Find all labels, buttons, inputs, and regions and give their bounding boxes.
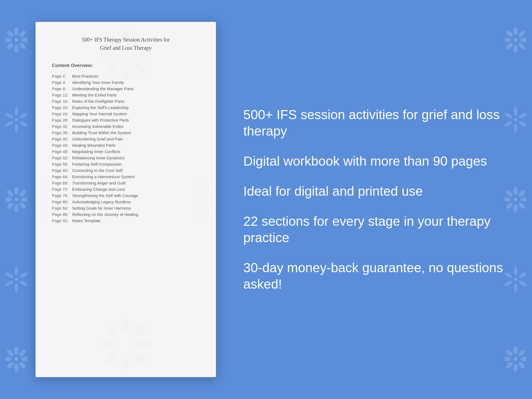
svg-point-92	[105, 34, 119, 48]
svg-point-95	[115, 333, 137, 355]
toc-item: Page 36:Building Trust Within the System	[52, 130, 200, 135]
table-of-contents: Page 2:Best PracticesPage 4:Identifying …	[52, 74, 200, 223]
toc-page-number: Page 28:	[52, 118, 71, 122]
toc-page-title: Dialogues with Protective Parts	[72, 118, 129, 122]
toc-page-title: Fostering Self-Compassion	[72, 162, 122, 166]
toc-page-title: Negotiating Inner Conflicts	[72, 149, 120, 154]
toc-page-title: Acknowledging Legacy Burdens	[72, 200, 130, 204]
toc-page-title: Building Trust Within the System	[72, 130, 131, 135]
toc-item: Page 16:Roles of the Firefighter Parts	[52, 99, 200, 104]
main-layout: 500+ IFS Therapy Session Activities for …	[0, 0, 532, 399]
svg-point-105	[44, 186, 55, 213]
toc-item: Page 84:Setting Goals for Inner Harmony	[52, 206, 200, 210]
mandala-top-icon	[98, 27, 153, 82]
toc-item: Page 44:Healing Wounded Parts	[52, 143, 200, 148]
toc-page-title: Envisioning a Harmonious System	[72, 174, 135, 179]
toc-page-title: Best Practices	[72, 74, 98, 78]
toc-page-number: Page 24:	[52, 112, 71, 116]
toc-page-title: Exploring the Self's Leadership	[72, 105, 128, 110]
svg-point-96	[122, 318, 129, 332]
svg-point-103	[105, 324, 119, 338]
toc-item: Page 88:Reflecting on the Journey of Hea…	[52, 212, 200, 217]
toc-page-number: Page 16:	[52, 99, 71, 104]
toc-page-number: Page 32:	[52, 124, 71, 129]
toc-item: Page 48:Negotiating Inner Conflicts	[52, 149, 200, 154]
toc-item: Page 28:Dialogues with Protective Parts	[52, 118, 200, 122]
toc-page-title: Accessing Vulnerable Exiles	[72, 124, 124, 129]
toc-page-title: Connecting to the Core Self	[72, 168, 122, 173]
svg-point-90	[105, 61, 119, 75]
toc-item: Page 8:Understanding the Manager Parts	[52, 86, 200, 91]
toc-page-number: Page 36:	[52, 130, 71, 135]
toc-item: Page 40:Unburdening Grief and Pain	[52, 137, 200, 141]
svg-point-89	[122, 67, 129, 81]
toc-page-title: Reflecting on the Journey of Healing	[72, 212, 138, 217]
toc-item: Page 12:Meeting the Exiled Parts	[52, 93, 200, 97]
svg-point-87	[138, 51, 152, 58]
feature-item-1: Digital workbook with more than 90 pages	[243, 153, 510, 169]
toc-item: Page 92:Notes Template	[52, 218, 200, 223]
toc-page-number: Page 48:	[52, 149, 71, 154]
toc-page-number: Page 40:	[52, 137, 71, 141]
svg-point-100	[122, 357, 129, 370]
svg-point-101	[105, 351, 119, 365]
svg-point-97	[132, 324, 146, 338]
toc-page-title: Meeting the Exiled Parts	[72, 93, 117, 97]
toc-page-title: Healing Wounded Parts	[72, 143, 115, 148]
svg-point-85	[122, 29, 129, 42]
toc-page-number: Page 4:	[52, 80, 71, 85]
feature-item-4: 30-day money-back guarantee, no question…	[243, 260, 510, 292]
toc-item: Page 64:Envisioning a Harmonious System	[52, 174, 200, 179]
svg-point-88	[132, 61, 146, 75]
toc-page-title: Understanding the Manager Parts	[72, 86, 134, 91]
svg-point-104	[40, 182, 58, 217]
toc-item: Page 72:Embracing Change and Loss	[52, 187, 200, 192]
toc-page-title: Notes Template	[72, 218, 101, 223]
toc-item: Page 56:Fostering Self-Compassion	[52, 162, 200, 166]
toc-page-title: Unburdening Grief and Pain	[72, 137, 123, 141]
toc-page-number: Page 2:	[52, 74, 71, 78]
svg-point-98	[138, 341, 152, 348]
toc-item: Page 68:Transforming Anger and Guilt	[52, 181, 200, 185]
feature-item-2: Ideal for digital and printed use	[243, 183, 510, 200]
toc-item: Page 32:Accessing Vulnerable Exiles	[52, 124, 200, 129]
svg-point-102	[100, 341, 113, 348]
toc-page-title: Setting Goals for Inner Harmony	[72, 206, 131, 210]
toc-page-title: Transforming Anger and Guilt	[72, 181, 125, 185]
toc-page-title: Mapping Your Internal System	[72, 112, 127, 116]
toc-page-title: Embracing Change and Loss	[72, 187, 125, 192]
toc-item: Page 20:Exploring the Self's Leadership	[52, 105, 200, 110]
toc-item: Page 76:Strengthening the Self with Cour…	[52, 193, 200, 198]
toc-item: Page 52:Rebalancing Inner Dynamics	[52, 156, 200, 160]
toc-item: Page 60:Connecting to the Core Self	[52, 168, 200, 173]
feature-item-3: 22 sections for every stage in your ther…	[243, 213, 510, 246]
toc-page-number: Page 20:	[52, 105, 71, 110]
svg-point-86	[132, 34, 146, 48]
feature-item-0: 500+ IFS session activities for grief an…	[243, 107, 510, 139]
toc-item: Page 24:Mapping Your Internal System	[52, 112, 200, 116]
features-panel: 500+ IFS session activities for grief an…	[238, 107, 510, 292]
mandala-bottom-icon	[98, 317, 153, 372]
toc-page-number: Page 52:	[52, 156, 71, 160]
svg-point-99	[132, 351, 146, 365]
document-preview: 500+ IFS Therapy Session Activities for …	[36, 22, 216, 377]
svg-point-91	[100, 51, 113, 58]
toc-page-title: Rebalancing Inner Dynamics	[72, 156, 125, 160]
toc-page-number: Page 12:	[52, 93, 71, 97]
svg-point-84	[115, 44, 137, 66]
toc-page-number: Page 60:	[52, 168, 71, 173]
toc-page-title: Strengthening the Self with Courage	[72, 193, 138, 198]
mandala-left-icon	[38, 178, 60, 221]
svg-point-106	[194, 182, 211, 217]
toc-page-number: Page 56:	[52, 162, 71, 166]
svg-point-107	[197, 186, 208, 213]
toc-page-number: Page 8:	[52, 86, 71, 91]
toc-page-title: Roles of the Firefighter Parts	[72, 99, 124, 104]
mandala-right-icon	[191, 178, 213, 221]
toc-item: Page 80:Acknowledging Legacy Burdens	[52, 200, 200, 204]
toc-page-number: Page 44:	[52, 143, 71, 148]
